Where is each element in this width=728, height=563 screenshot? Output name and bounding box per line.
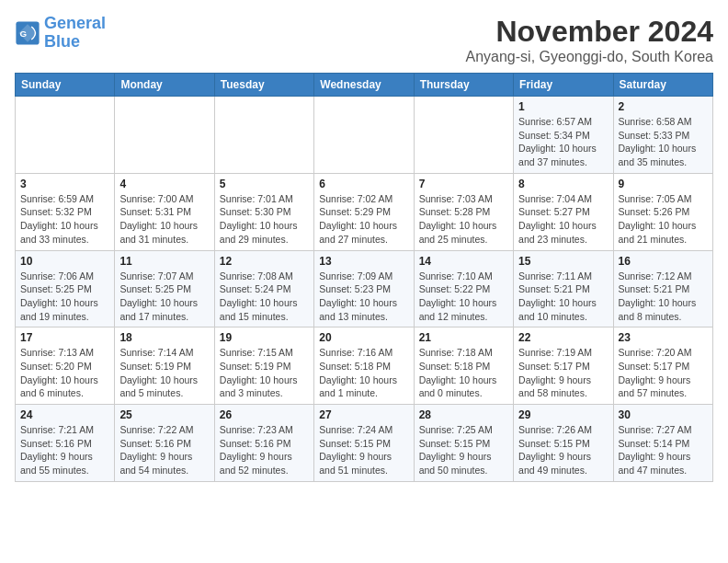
calendar-day-cell: 17Sunrise: 7:13 AM Sunset: 5:20 PM Dayli…	[16, 327, 115, 405]
calendar-day-cell: 1Sunrise: 6:57 AM Sunset: 5:34 PM Daylig…	[514, 97, 613, 174]
calendar-day-cell: 29Sunrise: 7:26 AM Sunset: 5:15 PM Dayli…	[514, 405, 613, 482]
day-number: 18	[119, 331, 209, 344]
day-info: Sunrise: 7:26 AM Sunset: 5:15 PM Dayligh…	[518, 423, 608, 477]
day-number: 25	[119, 408, 209, 421]
day-number: 2	[619, 100, 708, 113]
calendar-day-cell: 19Sunrise: 7:15 AM Sunset: 5:19 PM Dayli…	[214, 327, 313, 405]
day-info: Sunrise: 7:25 AM Sunset: 5:15 PM Dayligh…	[419, 423, 508, 477]
calendar-day-cell: 4Sunrise: 7:00 AM Sunset: 5:31 PM Daylig…	[115, 173, 214, 250]
day-info: Sunrise: 7:11 AM Sunset: 5:21 PM Dayligh…	[518, 270, 608, 324]
calendar-day-cell: 15Sunrise: 7:11 AM Sunset: 5:21 PM Dayli…	[514, 250, 613, 327]
calendar-day-cell: 28Sunrise: 7:25 AM Sunset: 5:15 PM Dayli…	[414, 405, 513, 482]
calendar-day-cell	[115, 97, 214, 174]
day-info: Sunrise: 7:24 AM Sunset: 5:15 PM Dayligh…	[319, 423, 408, 477]
calendar-body: 1Sunrise: 6:57 AM Sunset: 5:34 PM Daylig…	[16, 97, 713, 482]
day-number: 24	[20, 408, 109, 421]
day-number: 30	[619, 408, 708, 421]
day-number: 21	[419, 331, 508, 344]
calendar-week-row: 17Sunrise: 7:13 AM Sunset: 5:20 PM Dayli…	[16, 327, 713, 405]
calendar-week-row: 1Sunrise: 6:57 AM Sunset: 5:34 PM Daylig…	[16, 97, 713, 174]
day-info: Sunrise: 7:03 AM Sunset: 5:28 PM Dayligh…	[419, 192, 508, 247]
calendar-day-cell: 14Sunrise: 7:10 AM Sunset: 5:22 PM Dayli…	[414, 250, 513, 327]
day-number: 11	[119, 255, 209, 268]
calendar-day-cell: 5Sunrise: 7:01 AM Sunset: 5:30 PM Daylig…	[214, 173, 313, 250]
calendar-day-cell: 30Sunrise: 7:27 AM Sunset: 5:14 PM Dayli…	[613, 405, 712, 482]
calendar-day-cell: 11Sunrise: 7:07 AM Sunset: 5:25 PM Dayli…	[115, 250, 214, 327]
day-number: 13	[319, 255, 408, 268]
day-number: 3	[20, 178, 109, 190]
weekday-header: Wednesday	[314, 74, 414, 97]
calendar-day-cell: 10Sunrise: 7:06 AM Sunset: 5:25 PM Dayli…	[16, 250, 115, 327]
calendar-week-row: 3Sunrise: 6:59 AM Sunset: 5:32 PM Daylig…	[16, 173, 713, 250]
day-info: Sunrise: 7:19 AM Sunset: 5:17 PM Dayligh…	[518, 346, 608, 400]
day-info: Sunrise: 7:18 AM Sunset: 5:18 PM Dayligh…	[419, 346, 508, 400]
day-number: 29	[518, 408, 608, 421]
day-info: Sunrise: 6:57 AM Sunset: 5:34 PM Dayligh…	[518, 115, 608, 169]
calendar-week-row: 10Sunrise: 7:06 AM Sunset: 5:25 PM Dayli…	[16, 250, 713, 327]
calendar-day-cell	[414, 97, 513, 174]
calendar-day-cell: 13Sunrise: 7:09 AM Sunset: 5:23 PM Dayli…	[314, 250, 414, 327]
day-number: 8	[518, 178, 608, 190]
day-info: Sunrise: 6:58 AM Sunset: 5:33 PM Dayligh…	[619, 115, 708, 169]
calendar-day-cell: 18Sunrise: 7:14 AM Sunset: 5:19 PM Dayli…	[115, 327, 214, 405]
day-info: Sunrise: 7:05 AM Sunset: 5:26 PM Dayligh…	[619, 192, 708, 247]
day-number: 26	[220, 408, 309, 421]
day-info: Sunrise: 7:06 AM Sunset: 5:25 PM Dayligh…	[20, 270, 109, 324]
weekday-header: Sunday	[16, 74, 115, 97]
calendar-day-cell: 16Sunrise: 7:12 AM Sunset: 5:21 PM Dayli…	[613, 250, 712, 327]
day-info: Sunrise: 6:59 AM Sunset: 5:32 PM Dayligh…	[20, 192, 109, 247]
day-info: Sunrise: 7:27 AM Sunset: 5:14 PM Dayligh…	[619, 423, 708, 477]
day-number: 10	[20, 255, 109, 268]
calendar-day-cell: 22Sunrise: 7:19 AM Sunset: 5:17 PM Dayli…	[514, 327, 613, 405]
calendar-day-cell	[214, 97, 313, 174]
day-number: 20	[319, 331, 408, 344]
day-info: Sunrise: 7:21 AM Sunset: 5:16 PM Dayligh…	[20, 423, 109, 477]
month-title: November 2024	[466, 15, 714, 49]
day-number: 16	[619, 255, 708, 268]
day-number: 19	[220, 331, 309, 344]
day-info: Sunrise: 7:12 AM Sunset: 5:21 PM Dayligh…	[619, 270, 708, 324]
day-number: 4	[119, 178, 209, 190]
day-number: 23	[619, 331, 708, 344]
day-info: Sunrise: 7:15 AM Sunset: 5:19 PM Dayligh…	[220, 346, 309, 400]
calendar-day-cell	[314, 97, 414, 174]
calendar-day-cell: 21Sunrise: 7:18 AM Sunset: 5:18 PM Dayli…	[414, 327, 513, 405]
calendar-day-cell: 26Sunrise: 7:23 AM Sunset: 5:16 PM Dayli…	[214, 405, 313, 482]
day-info: Sunrise: 7:22 AM Sunset: 5:16 PM Dayligh…	[119, 423, 209, 477]
day-info: Sunrise: 7:14 AM Sunset: 5:19 PM Dayligh…	[119, 346, 209, 400]
weekday-header: Thursday	[414, 74, 513, 97]
day-info: Sunrise: 7:08 AM Sunset: 5:24 PM Dayligh…	[220, 270, 309, 324]
day-info: Sunrise: 7:13 AM Sunset: 5:20 PM Dayligh…	[20, 346, 109, 400]
location-subtitle: Anyang-si, Gyeonggi-do, South Korea	[466, 49, 714, 65]
title-block: November 2024 Anyang-si, Gyeonggi-do, So…	[466, 15, 714, 65]
day-info: Sunrise: 7:23 AM Sunset: 5:16 PM Dayligh…	[220, 423, 309, 477]
weekday-header: Saturday	[613, 74, 712, 97]
weekday-header: Tuesday	[214, 74, 313, 97]
day-info: Sunrise: 7:01 AM Sunset: 5:30 PM Dayligh…	[220, 192, 309, 247]
day-info: Sunrise: 7:00 AM Sunset: 5:31 PM Dayligh…	[119, 192, 209, 247]
calendar-week-row: 24Sunrise: 7:21 AM Sunset: 5:16 PM Dayli…	[16, 405, 713, 482]
calendar-day-cell: 24Sunrise: 7:21 AM Sunset: 5:16 PM Dayli…	[16, 405, 115, 482]
calendar-day-cell: 20Sunrise: 7:16 AM Sunset: 5:18 PM Dayli…	[314, 327, 414, 405]
calendar-day-cell: 25Sunrise: 7:22 AM Sunset: 5:16 PM Dayli…	[115, 405, 214, 482]
logo-icon: G	[15, 20, 40, 46]
logo: G General Blue	[15, 15, 106, 52]
calendar-table: SundayMondayTuesdayWednesdayThursdayFrid…	[15, 73, 713, 482]
day-number: 6	[319, 178, 408, 190]
day-number: 1	[518, 100, 608, 113]
calendar-day-cell: 8Sunrise: 7:04 AM Sunset: 5:27 PM Daylig…	[514, 173, 613, 250]
day-number: 17	[20, 331, 109, 344]
day-number: 5	[220, 178, 309, 190]
page-header: G General Blue November 2024 Anyang-si, …	[15, 15, 713, 65]
calendar-header-row: SundayMondayTuesdayWednesdayThursdayFrid…	[16, 74, 713, 97]
day-info: Sunrise: 7:04 AM Sunset: 5:27 PM Dayligh…	[518, 192, 608, 247]
day-info: Sunrise: 7:16 AM Sunset: 5:18 PM Dayligh…	[319, 346, 408, 400]
weekday-header: Monday	[115, 74, 214, 97]
day-number: 15	[518, 255, 608, 268]
day-info: Sunrise: 7:07 AM Sunset: 5:25 PM Dayligh…	[119, 270, 209, 324]
calendar-day-cell: 3Sunrise: 6:59 AM Sunset: 5:32 PM Daylig…	[16, 173, 115, 250]
day-number: 28	[419, 408, 508, 421]
day-number: 27	[319, 408, 408, 421]
day-number: 14	[419, 255, 508, 268]
day-number: 22	[518, 331, 608, 344]
